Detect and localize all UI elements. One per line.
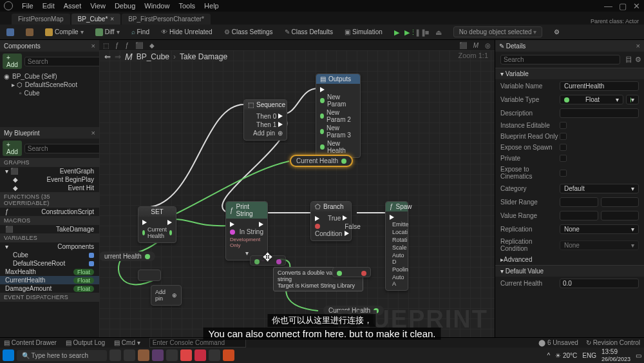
- graphs-section[interactable]: GRAPHS: [0, 158, 99, 167]
- nav-fwd-icon[interactable]: ⇒: [115, 52, 121, 61]
- variable-name-field[interactable]: CurrentHealth: [560, 81, 639, 91]
- taskbar-search-input[interactable]: 🔍 Type here to search: [17, 350, 107, 361]
- hide-unrelated-button[interactable]: 👁Hide Unrelated: [158, 27, 215, 37]
- taskbar-app-icon[interactable]: [166, 349, 178, 361]
- class-defaults-button[interactable]: ✎Class Defaults: [282, 27, 336, 37]
- event-beginplay[interactable]: ◆ Event BeginPlay: [0, 175, 99, 184]
- taskbar-app-icon[interactable]: [109, 349, 121, 361]
- close-icon[interactable]: ×: [91, 129, 95, 137]
- menu-edit[interactable]: Edit: [43, 2, 55, 10]
- var-currenthealth[interactable]: CurrentHealthFloat: [0, 276, 99, 284]
- variable-type-dropdown[interactable]: Float▾: [560, 95, 623, 104]
- category-dropdown[interactable]: Default▾: [560, 184, 639, 193]
- tab-bpfirstperson[interactable]: BP_FirstPersonCharacter*: [122, 14, 211, 25]
- var-maxhealth[interactable]: MaxHealthFloat: [0, 268, 99, 276]
- variables-components[interactable]: ▾ Components: [0, 242, 99, 251]
- add-blueprint-button[interactable]: + Add: [3, 141, 22, 156]
- debug-object-dropdown[interactable]: No debug object selected ▾: [453, 26, 543, 37]
- value-max-field[interactable]: [601, 211, 639, 221]
- filter-icon[interactable]: 目: [625, 55, 632, 64]
- component-sceneroot[interactable]: ▸ ⬡ DefaultSceneRoot: [3, 81, 97, 89]
- node-small-1[interactable]: [138, 270, 161, 281]
- blueprint-graph[interactable]: ⬚ ƒ ƒ ⬛ ◆ ⬛ M ◎ ⇐ ⇒ M BP_Cube›Take Damag…: [99, 40, 495, 337]
- unsaved-indicator[interactable]: ⬤ 6 Unsaved: [538, 339, 578, 346]
- menu-tools[interactable]: Tools: [178, 2, 195, 10]
- node-outputs[interactable]: ▤ Outputs New Param New Param 2 New Para…: [316, 74, 361, 158]
- window-maximize[interactable]: ▢: [619, 1, 627, 11]
- graph-icon[interactable]: ⬛: [135, 42, 143, 49]
- expose-on-spawn-checkbox[interactable]: [560, 144, 567, 151]
- play-button[interactable]: ▶: [394, 28, 402, 36]
- close-icon[interactable]: ×: [110, 15, 114, 23]
- stop-button[interactable]: ■: [425, 28, 433, 36]
- eventgraph-item[interactable]: ▾ ⬛ EventGraph: [0, 167, 99, 175]
- graph-nav-back[interactable]: ⬚: [103, 42, 109, 49]
- add-component-button[interactable]: + Add: [3, 54, 22, 69]
- graph-icon[interactable]: ◎: [485, 42, 491, 49]
- variables-section[interactable]: VARIABLES: [0, 233, 99, 242]
- window-close[interactable]: ✕: [633, 1, 640, 11]
- myblueprint-panel-header[interactable]: My Blueprint×: [0, 127, 99, 139]
- functions-section[interactable]: FUNCTIONS (35 OVERRIDABLE): [0, 192, 99, 208]
- menu-window[interactable]: Window: [144, 2, 169, 10]
- node-sequence[interactable]: ⬚ Sequence Then 0 Then 1 Add pin ⊕: [243, 99, 287, 141]
- notifications-icon[interactable]: ▭: [636, 352, 641, 359]
- var-cube[interactable]: Cube: [0, 251, 99, 259]
- slider-max-field[interactable]: [601, 197, 639, 207]
- node-small-2[interactable]: Add pin ⊕: [151, 285, 182, 306]
- graph-icon[interactable]: ƒ: [115, 42, 119, 49]
- advanced-toggle[interactable]: ▸ Advanced: [495, 254, 644, 265]
- node-get-currenthealth[interactable]: Current Health: [290, 155, 353, 167]
- nav-back-icon[interactable]: ⇐: [104, 52, 111, 61]
- start-button[interactable]: [3, 349, 14, 361]
- eject-button[interactable]: ⏏: [435, 28, 443, 36]
- weather-widget[interactable]: ☀ 20°C: [555, 352, 577, 359]
- blueprint-readonly-checkbox[interactable]: [560, 133, 567, 140]
- output-log-button[interactable]: ▤ Output Log: [66, 339, 105, 346]
- macro-takedamage[interactable]: ⬛ TakeDamage: [0, 225, 99, 233]
- container-type-dropdown[interactable]: ▾: [626, 95, 639, 104]
- taskbar-app-icon[interactable]: [152, 349, 164, 361]
- taskbar-app-icon[interactable]: [223, 349, 234, 361]
- tab-firstpersonmap[interactable]: FirstPersonMap: [12, 14, 70, 25]
- event-hit[interactable]: ◆ Event Hit: [0, 184, 99, 192]
- taskbar-app-icon[interactable]: [209, 349, 220, 361]
- language-indicator[interactable]: ENG: [582, 352, 596, 359]
- var-damageamount[interactable]: DamageAmountFloat: [0, 284, 99, 293]
- menu-debug[interactable]: Debug: [115, 2, 135, 10]
- section-default-value[interactable]: ▾ Default Value: [495, 265, 644, 277]
- clock[interactable]: 13:5926/06/2023: [601, 348, 630, 362]
- close-icon[interactable]: ×: [636, 42, 640, 50]
- event-dispatchers-section[interactable]: EVENT DISPATCHERS: [0, 293, 99, 302]
- diff-button[interactable]: Diff▾: [93, 27, 122, 37]
- close-icon[interactable]: ×: [91, 42, 95, 50]
- component-self[interactable]: ◉ BP_Cube (Self): [3, 72, 97, 81]
- node-printstring[interactable]: ƒ Print String In String Development Onl…: [225, 201, 268, 260]
- components-panel-header[interactable]: Components×: [0, 40, 99, 52]
- graph-icon[interactable]: M: [473, 42, 478, 49]
- taskbar-app-icon[interactable]: [180, 349, 192, 361]
- component-cube[interactable]: ▫ Cube: [3, 89, 97, 97]
- slider-min-field[interactable]: [560, 197, 598, 207]
- graph-icon[interactable]: ƒ: [126, 42, 129, 49]
- taskbar-app-icon[interactable]: [194, 349, 206, 361]
- replication-dropdown[interactable]: None▾: [560, 224, 639, 234]
- save-button[interactable]: [4, 27, 17, 37]
- replication-condition-dropdown[interactable]: None▾: [560, 240, 639, 250]
- breadcrumb[interactable]: ⇐ ⇒ M BP_Cube›Take Damage: [104, 52, 227, 62]
- details-panel-header[interactable]: ✎ Details×: [495, 40, 644, 52]
- class-settings-button[interactable]: ⚙Class Settings: [222, 27, 276, 37]
- default-value-field[interactable]: 0.0: [560, 279, 639, 288]
- pause-button[interactable]: ❚❚: [415, 28, 422, 36]
- graph-icon[interactable]: ◆: [149, 42, 155, 49]
- cmd-dropdown[interactable]: ▤ Cmd ▾: [114, 339, 140, 346]
- private-checkbox[interactable]: [560, 155, 567, 162]
- var-sceneroot[interactable]: DefaultSceneRoot: [0, 259, 99, 268]
- value-min-field[interactable]: [560, 211, 598, 221]
- details-search-input[interactable]: [500, 55, 620, 64]
- node-get-currenthealth-2[interactable]: urrent Health: [99, 251, 155, 261]
- tray-expand-icon[interactable]: ^: [547, 352, 550, 359]
- construction-script[interactable]: ƒ ConstructionScript: [0, 208, 99, 216]
- taskbar-app-icon[interactable]: [124, 349, 135, 361]
- macros-section[interactable]: MACROS: [0, 216, 99, 225]
